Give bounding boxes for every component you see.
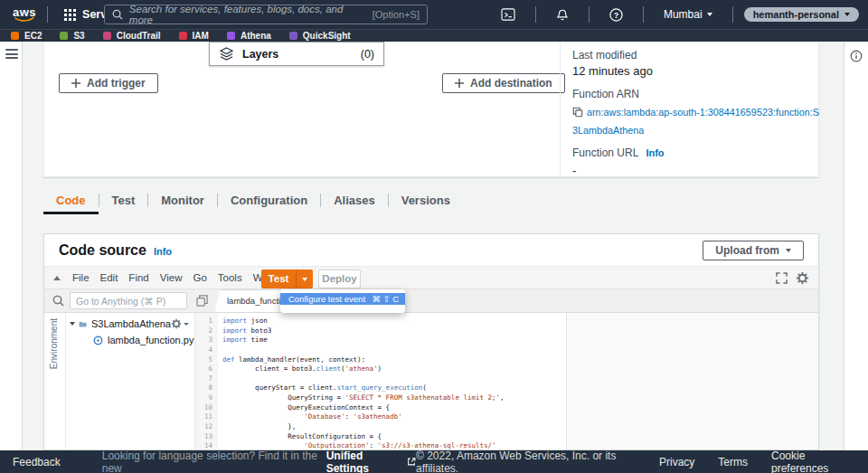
function-url-row: Function URL Info bbox=[572, 147, 822, 159]
line-number[interactable]: 2 bbox=[195, 326, 218, 336]
code-editor: Environment S3LambdaAthena lam bbox=[44, 313, 818, 449]
line-number[interactable]: 3 bbox=[195, 336, 218, 345]
line-number[interactable]: 5 bbox=[195, 355, 218, 365]
menu-find[interactable]: Find bbox=[128, 272, 148, 283]
line-number[interactable]: 7 bbox=[195, 374, 218, 384]
environment-panel-strip[interactable]: Environment bbox=[44, 313, 66, 449]
collapse-menubar-icon[interactable] bbox=[53, 276, 61, 280]
code-line[interactable] bbox=[222, 374, 818, 384]
language-note-text: Looking for language selection? Find it … bbox=[102, 449, 322, 473]
info-icon[interactable] bbox=[850, 50, 863, 62]
goto-anything-input[interactable] bbox=[70, 292, 187, 309]
terms-link[interactable]: Terms bbox=[718, 456, 748, 468]
code-line[interactable]: def lambda_handler(event, context): bbox=[222, 355, 818, 365]
cloudshell-button[interactable] bbox=[492, 8, 524, 21]
editor-gutter: 1234567891011121314 bbox=[195, 313, 218, 449]
aws-logo[interactable]: aws bbox=[13, 7, 36, 23]
code-line[interactable]: QueryExecutionContext = { bbox=[222, 403, 818, 413]
line-number[interactable]: 1 bbox=[195, 317, 218, 326]
editor-toolbar: lambda_function.py bbox=[44, 289, 818, 313]
side-nav-rail bbox=[0, 42, 23, 450]
code-line[interactable]: QueryString = 'SELECT * FROM s3athenatab… bbox=[222, 393, 818, 403]
code-line[interactable]: import time bbox=[222, 336, 818, 345]
code-line[interactable]: ResultConfiguration = { bbox=[222, 432, 818, 442]
line-number[interactable]: 10 bbox=[195, 403, 218, 413]
configure-test-event-menu-item[interactable]: Configure test event ⌘ ⇧ C bbox=[280, 293, 405, 305]
tab-list-icon[interactable] bbox=[196, 295, 208, 307]
favorite-cloudtrail[interactable]: CloudTrail bbox=[103, 31, 161, 41]
divider bbox=[560, 42, 561, 176]
unified-settings-link[interactable]: Unified Settings bbox=[326, 449, 402, 473]
add-destination-button[interactable]: Add destination bbox=[442, 73, 565, 93]
line-number[interactable]: 11 bbox=[195, 412, 218, 422]
help-button[interactable]: ? bbox=[600, 8, 632, 22]
tab-code[interactable]: Code bbox=[43, 186, 99, 214]
iam-service-icon bbox=[179, 32, 187, 40]
code-line[interactable]: 'Database': 's3athenadb' bbox=[222, 412, 818, 422]
deploy-button[interactable]: Deploy bbox=[318, 270, 361, 289]
athena-service-icon bbox=[227, 32, 235, 40]
add-trigger-button[interactable]: Add trigger bbox=[59, 73, 158, 93]
code-source-title: Code source bbox=[59, 242, 146, 259]
menu-file[interactable]: File bbox=[72, 272, 90, 283]
upload-from-button[interactable]: Upload from bbox=[703, 241, 804, 260]
favorite-quicksight[interactable]: QuickSight bbox=[289, 31, 351, 41]
menu-tools[interactable]: Tools bbox=[218, 272, 242, 283]
region-selector[interactable]: Mumbai bbox=[655, 8, 722, 21]
global-search-input[interactable]: Search for services, features, blogs, do… bbox=[104, 5, 428, 24]
favorite-iam[interactable]: IAM bbox=[179, 31, 209, 41]
tab-versions[interactable]: Versions bbox=[389, 186, 463, 214]
tab-configuration[interactable]: Configuration bbox=[218, 186, 320, 214]
line-number[interactable]: 8 bbox=[195, 383, 218, 393]
line-number[interactable]: 12 bbox=[195, 422, 218, 432]
code-line[interactable]: 'OutputLocation': 's3://s3-athena-sql-re… bbox=[222, 441, 818, 449]
copy-icon[interactable] bbox=[572, 105, 583, 121]
code-area[interactable]: import jsonimport boto3import timedef la… bbox=[218, 313, 818, 449]
privacy-link[interactable]: Privacy bbox=[659, 456, 694, 468]
line-number[interactable]: 9 bbox=[195, 393, 218, 403]
plus-icon bbox=[71, 79, 80, 88]
code-source-info-link[interactable]: Info bbox=[154, 246, 172, 257]
tree-folder-row[interactable]: S3LambdaAthena bbox=[66, 316, 194, 332]
tab-test[interactable]: Test bbox=[99, 186, 148, 214]
favorite-athena[interactable]: Athena bbox=[227, 31, 271, 41]
fullscreen-icon[interactable] bbox=[776, 272, 788, 284]
copyright-text: © 2022, Amazon Web Services, Inc. or its… bbox=[416, 449, 636, 473]
function-url-info-link[interactable]: Info bbox=[646, 147, 664, 158]
test-dropdown-toggle[interactable] bbox=[296, 270, 313, 289]
favorite-s3[interactable]: S3 bbox=[60, 31, 84, 41]
layers-box[interactable]: Layers (0) bbox=[209, 42, 384, 66]
environment-label: Environment bbox=[49, 318, 59, 369]
code-line[interactable]: import json bbox=[222, 317, 818, 326]
favorite-ec2[interactable]: EC2 bbox=[11, 31, 42, 41]
notifications-button[interactable] bbox=[547, 8, 578, 22]
test-button[interactable]: Test bbox=[261, 270, 313, 289]
code-line[interactable]: queryStart = client.start_query_executio… bbox=[222, 383, 818, 393]
line-number[interactable]: 13 bbox=[195, 432, 218, 442]
tab-aliases[interactable]: Aliases bbox=[321, 186, 388, 214]
menu-go[interactable]: Go bbox=[193, 272, 206, 283]
search-shortcut: [Option+S] bbox=[373, 9, 420, 20]
quicksight-service-icon bbox=[289, 32, 297, 40]
tree-settings-button[interactable] bbox=[171, 318, 189, 329]
gear-icon[interactable] bbox=[796, 271, 809, 285]
account-menu[interactable]: hemanth-personal bbox=[744, 7, 859, 22]
hamburger-menu-button[interactable] bbox=[5, 49, 18, 61]
favorite-label: IAM bbox=[193, 31, 209, 41]
file-tree: S3LambdaAthena lambda_function.py bbox=[66, 313, 195, 449]
code-line[interactable]: }, bbox=[222, 422, 818, 432]
line-number[interactable]: 6 bbox=[195, 364, 218, 374]
aws-logo-text: aws bbox=[13, 7, 36, 17]
menu-view[interactable]: View bbox=[160, 272, 183, 283]
tab-monitor[interactable]: Monitor bbox=[148, 186, 217, 214]
last-modified-value: 12 minutes ago bbox=[572, 64, 822, 78]
line-number[interactable]: 4 bbox=[195, 345, 218, 355]
cookie-preferences-link[interactable]: Cookie preferences bbox=[771, 449, 855, 473]
code-line[interactable] bbox=[222, 345, 818, 355]
tree-file-row[interactable]: lambda_function.py bbox=[66, 332, 194, 348]
code-line[interactable]: import boto3 bbox=[222, 326, 818, 336]
feedback-link[interactable]: Feedback bbox=[13, 456, 61, 468]
menu-edit[interactable]: Edit bbox=[100, 272, 118, 283]
grid-icon bbox=[64, 9, 76, 21]
code-line[interactable]: client = boto3.client('athena') bbox=[222, 364, 818, 374]
